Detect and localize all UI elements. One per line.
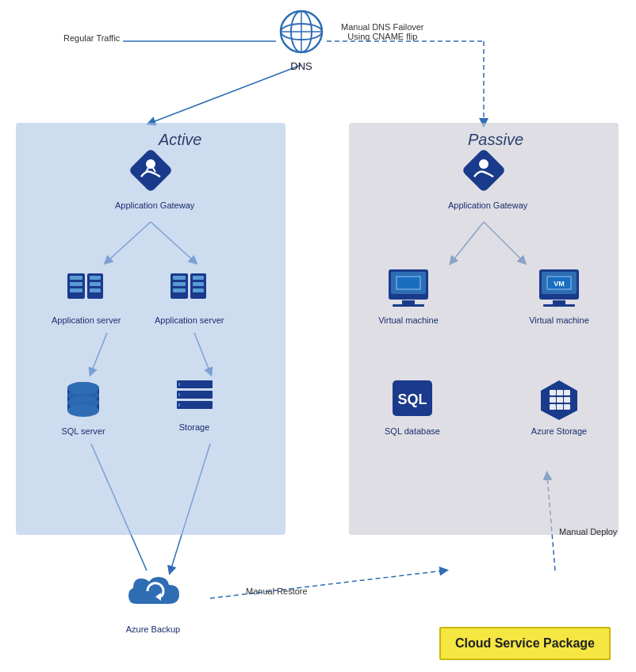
svg-rect-75 bbox=[557, 404, 563, 410]
active-storage: Storage bbox=[167, 376, 222, 432]
passive-vm2-label: Virtual machine bbox=[523, 315, 595, 325]
passive-vm1-label: Virtual machine bbox=[373, 315, 444, 325]
svg-rect-54 bbox=[402, 300, 415, 304]
dns-label: DNS bbox=[270, 60, 333, 72]
active-app-server1-label: Application server bbox=[52, 315, 119, 325]
active-storage-icon bbox=[173, 376, 216, 416]
svg-rect-71 bbox=[550, 397, 556, 403]
svg-rect-34 bbox=[193, 276, 204, 280]
svg-rect-44 bbox=[177, 391, 213, 399]
svg-rect-64 bbox=[543, 304, 575, 307]
svg-rect-45 bbox=[177, 401, 213, 409]
manual-deploy-label: Manual Deploy bbox=[559, 527, 617, 536]
passive-app-gateway-label: Application Gateway bbox=[448, 200, 519, 210]
active-sql-server-label: SQL server bbox=[52, 426, 115, 436]
manual-failover-label: Manual DNS Failover Using CNAME flip bbox=[341, 22, 424, 41]
diagram: DNS Regular Traffic Manual DNS Failover … bbox=[0, 0, 636, 672]
active-app-server1-icon bbox=[63, 265, 107, 309]
svg-rect-72 bbox=[557, 397, 563, 403]
active-sql-server: SQL server bbox=[52, 376, 115, 436]
svg-rect-57 bbox=[397, 277, 420, 288]
cloud-service-package-box: Cloud Service Package bbox=[439, 627, 611, 660]
svg-rect-68 bbox=[550, 390, 556, 395]
svg-line-1 bbox=[151, 65, 301, 123]
azure-backup-icon bbox=[125, 571, 181, 618]
active-storage-label: Storage bbox=[167, 422, 222, 432]
svg-rect-36 bbox=[193, 288, 204, 292]
svg-rect-25 bbox=[70, 288, 82, 292]
manual-restore-label: Manual Restore bbox=[246, 586, 308, 596]
active-app-gateway-label: Application Gateway bbox=[115, 200, 186, 210]
passive-vm1: VM Virtual machine bbox=[373, 265, 444, 325]
passive-sql-database-icon: SQL bbox=[389, 376, 436, 420]
svg-rect-73 bbox=[564, 397, 570, 403]
svg-rect-70 bbox=[564, 390, 570, 395]
svg-rect-26 bbox=[90, 276, 101, 280]
active-app-gateway: Application Gateway bbox=[115, 147, 186, 210]
active-app-server2-icon bbox=[167, 265, 210, 309]
active-app-gateway-icon bbox=[127, 147, 174, 194]
passive-sql-database-label: SQL database bbox=[381, 426, 444, 436]
dns-globe-icon bbox=[278, 8, 325, 55]
active-app-server1: Application server bbox=[52, 265, 119, 325]
svg-rect-35 bbox=[193, 282, 204, 286]
regular-traffic-label: Regular Traffic bbox=[63, 33, 120, 43]
passive-vm1-icon: VM bbox=[385, 265, 432, 309]
svg-rect-19 bbox=[128, 148, 174, 193]
passive-azure-storage-label: Azure Storage bbox=[523, 426, 595, 436]
svg-rect-63 bbox=[553, 300, 565, 304]
active-app-server2: Application server bbox=[155, 265, 222, 325]
svg-rect-76 bbox=[564, 404, 570, 410]
passive-azure-storage: Azure Storage bbox=[523, 376, 595, 436]
passive-app-gateway-icon bbox=[460, 147, 508, 194]
azure-backup-label: Azure Backup bbox=[117, 624, 189, 634]
svg-rect-28 bbox=[90, 288, 101, 292]
svg-point-42 bbox=[67, 396, 99, 409]
passive-vm2-icon: VM bbox=[535, 265, 583, 309]
svg-rect-23 bbox=[70, 276, 82, 280]
svg-rect-74 bbox=[550, 404, 556, 410]
active-sql-server-icon bbox=[63, 376, 103, 420]
svg-point-50 bbox=[479, 159, 488, 169]
active-app-server2-label: Application server bbox=[155, 315, 222, 325]
svg-text:SQL: SQL bbox=[397, 391, 427, 407]
svg-rect-43 bbox=[177, 380, 213, 388]
passive-sql-database: SQL SQL database bbox=[381, 376, 444, 436]
svg-rect-69 bbox=[557, 390, 563, 395]
svg-rect-49 bbox=[462, 148, 507, 193]
svg-rect-32 bbox=[173, 282, 186, 286]
svg-rect-31 bbox=[173, 276, 186, 280]
dns-globe: DNS bbox=[270, 8, 333, 72]
svg-text:VM: VM bbox=[554, 280, 565, 288]
passive-vm2: VM Virtual machine bbox=[523, 265, 595, 325]
svg-rect-33 bbox=[173, 288, 186, 292]
svg-rect-27 bbox=[90, 282, 101, 286]
passive-app-gateway: Application Gateway bbox=[448, 147, 519, 210]
svg-rect-55 bbox=[393, 304, 424, 307]
passive-azure-storage-icon bbox=[535, 376, 583, 420]
svg-rect-24 bbox=[70, 282, 82, 286]
azure-backup: Azure Backup bbox=[117, 571, 189, 634]
